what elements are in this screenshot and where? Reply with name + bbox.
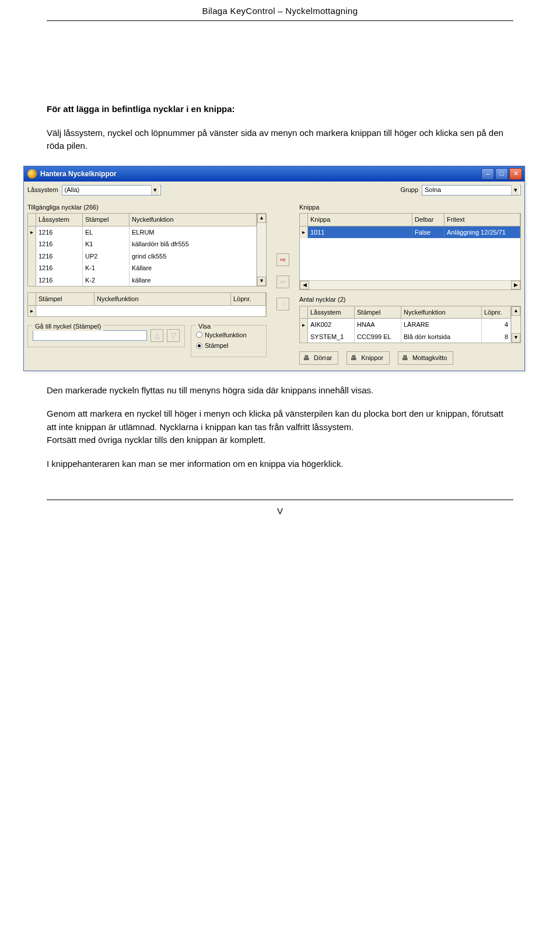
label-grupp: Grupp xyxy=(400,185,418,195)
paragraph-5: I knippehanteraren kan man se mer inform… xyxy=(47,458,513,471)
col-fritext[interactable]: Fritext xyxy=(444,214,520,226)
table-cell: grind clk555 xyxy=(130,250,257,263)
titlebar[interactable]: Hantera Nyckelknippor – □ ✕ xyxy=(24,166,524,181)
paragraph-2: Den markerade nyckeln flyttas nu till me… xyxy=(47,384,513,397)
button-mottagkvitto[interactable]: 🖶Mottagkvitto xyxy=(398,351,453,365)
grid-selected-left[interactable]: Stämpel Nyckelfunktion Löpnr. ▸ xyxy=(27,292,267,317)
button-label: Knippor xyxy=(361,353,383,363)
button-knippor[interactable]: 🖶Knippor xyxy=(346,351,390,365)
combo-lassystem-value: (Alla) xyxy=(65,185,80,195)
col-nyckelfunktion[interactable]: Nyckelfunktion xyxy=(130,214,257,226)
table-cell: 1216 xyxy=(36,250,83,263)
table-cell: ELRUM xyxy=(130,226,257,239)
col-delbar[interactable]: Delbar xyxy=(412,214,444,226)
footer-rule xyxy=(47,500,513,500)
col-lopnr[interactable]: Löpnr. xyxy=(231,293,266,305)
button-dorrar[interactable]: 🖶Dörrar xyxy=(299,351,338,365)
table-cell: K-2 xyxy=(83,274,130,287)
table-cell: CCC999 EL xyxy=(355,331,401,343)
col-stampel2[interactable]: Stämpel xyxy=(36,293,94,305)
label-goto: Gå till nyckel (Stämpel) xyxy=(33,322,103,331)
scroll-up-icon[interactable]: ▲ xyxy=(512,306,520,316)
scroll-right-icon[interactable]: ▶ xyxy=(511,281,520,289)
input-goto-stampel[interactable] xyxy=(33,330,147,341)
table-row-selected[interactable]: ▸ 1011 False Anläggning 12/25/71 xyxy=(300,226,520,239)
scrollbar[interactable]: ▲ ▼ xyxy=(257,214,266,286)
table-cell: HNAA xyxy=(355,319,401,331)
nav-down-button[interactable]: ▽ xyxy=(167,329,180,342)
header-rule xyxy=(47,20,513,21)
move-right-button[interactable]: ⇨ xyxy=(276,253,289,266)
paragraph-4: Fortsätt med övriga nycklar tills den kn… xyxy=(47,434,513,447)
col-stampel-r[interactable]: Stämpel xyxy=(355,306,401,319)
scroll-down-icon[interactable]: ▼ xyxy=(257,277,266,286)
minimize-button[interactable]: – xyxy=(481,168,494,180)
section-heading: För att lägga in befintliga nycklar i en… xyxy=(47,103,513,116)
doc-header: Bilaga KeyControl – Nyckelmottagning xyxy=(47,0,513,18)
combo-grupp-value: Solna xyxy=(425,185,441,195)
table-cell: AIK002 xyxy=(308,319,355,331)
label-available-keys: Tillgängliga nycklar (266) xyxy=(27,203,267,212)
scrollbar-h[interactable]: ◀ ▶ xyxy=(300,280,520,289)
col-stampel[interactable]: Stämpel xyxy=(83,214,130,226)
scrollbar[interactable]: ▲ ▼ xyxy=(511,306,520,343)
col-lassystem[interactable]: Låssystem xyxy=(36,214,83,226)
radio-label: Stämpel xyxy=(205,341,228,351)
button-label: Dörrar xyxy=(314,353,332,363)
paragraph-1: Välj låssystem, nyckel och löpnummer på … xyxy=(47,127,513,153)
radio-nyckelfunktion[interactable]: Nyckelfunktion xyxy=(196,330,261,340)
table-cell: Anläggning 12/25/71 xyxy=(444,226,520,239)
app-icon xyxy=(27,169,37,179)
move-left-button[interactable]: ⇦ xyxy=(276,275,289,288)
table-cell: K-1 xyxy=(83,262,130,274)
button-label: Mottagkvitto xyxy=(412,353,447,363)
table-cell: 4 xyxy=(482,319,511,331)
table-cell: SYSTEM_1 xyxy=(308,331,355,343)
table-cell: K1 xyxy=(83,238,130,250)
table-cell: LÄRARE xyxy=(401,319,482,331)
combo-lassystem[interactable]: (Alla) ▾ xyxy=(62,185,161,196)
radio-stampel[interactable]: Stämpel xyxy=(196,341,261,351)
scroll-up-icon[interactable]: ▲ xyxy=(257,214,266,223)
col-nyckelfunk2[interactable]: Nyckelfunktion xyxy=(94,293,231,305)
combo-grupp[interactable]: Solna ▾ xyxy=(422,185,521,196)
col-nyckelfunk-r[interactable]: Nyckelfunktion xyxy=(401,306,482,319)
table-cell: källardörr blå dfr555 xyxy=(130,238,257,250)
grid-knippa[interactable]: Knippa Delbar Fritext ▸ 1011 False Anläg… xyxy=(299,213,521,290)
table-cell: Källare xyxy=(130,262,257,274)
col-knippa[interactable]: Knippa xyxy=(308,214,412,226)
table-cell: Blå dörr kortsida xyxy=(401,331,482,343)
table-cell: 1216 xyxy=(36,274,83,287)
maximize-button[interactable]: □ xyxy=(495,168,508,180)
table-cell: 1216 xyxy=(36,238,83,250)
nav-up-button[interactable]: △ xyxy=(150,329,163,342)
grid-knippa-keys[interactable]: Låssystem Stämpel Nyckelfunktion Löpnr. … xyxy=(299,306,521,344)
label-knippa: Knippa xyxy=(299,203,521,212)
chevron-down-icon: ▾ xyxy=(511,185,519,195)
table-cell: källare xyxy=(130,274,257,287)
col-lopnr-r[interactable]: Löpnr. xyxy=(482,306,511,319)
scroll-down-icon[interactable]: ▼ xyxy=(512,333,520,343)
table-cell: EL xyxy=(83,226,130,239)
grid-available-keys[interactable]: Låssystem Stämpel Nyckelfunktion ▸1216EL… xyxy=(27,213,267,287)
table-cell: 8 xyxy=(482,331,511,343)
chevron-down-icon: ▾ xyxy=(151,185,159,195)
table-cell: False xyxy=(412,226,444,239)
move-left-light-button[interactable]: ◁ xyxy=(276,298,289,310)
table-cell: 1216 xyxy=(36,226,83,239)
printer-icon: 🖶 xyxy=(351,353,358,363)
col-lassystem-r[interactable]: Låssystem xyxy=(308,306,355,319)
close-button[interactable]: ✕ xyxy=(509,168,522,180)
label-lassystem: Låssystem xyxy=(27,185,58,195)
window-title: Hantera Nyckelknippor xyxy=(40,169,481,179)
table-cell: 1011 xyxy=(308,226,412,239)
radio-label: Nyckelfunktion xyxy=(205,330,247,340)
scroll-left-icon[interactable]: ◀ xyxy=(300,281,309,289)
page-number: V xyxy=(47,506,513,516)
table-cell: UP2 xyxy=(83,250,130,263)
table-cell: 1216 xyxy=(36,262,83,274)
label-visa: Visa xyxy=(196,322,213,331)
printer-icon: 🖶 xyxy=(303,353,310,363)
paragraph-3: Genom att markera en nyckel till höger i… xyxy=(47,407,513,434)
dialog-window: Hantera Nyckelknippor – □ ✕ Låssystem (A… xyxy=(23,166,525,371)
